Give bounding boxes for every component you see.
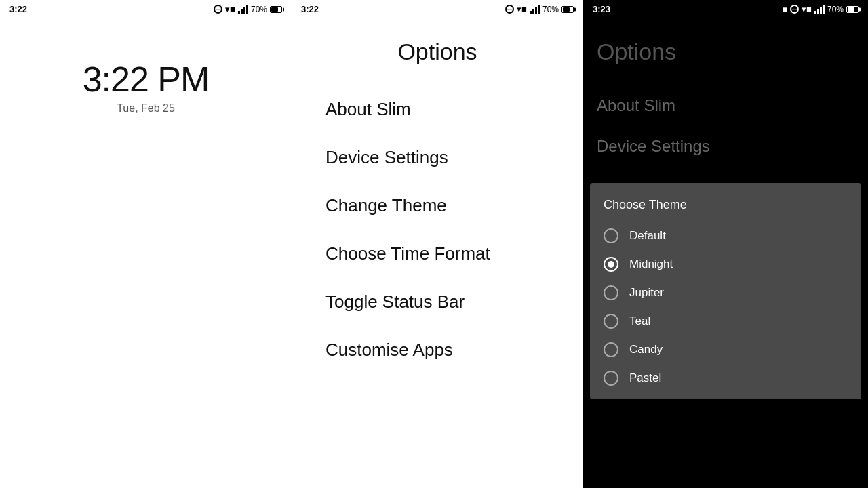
theme-label-pastel: Pastel	[629, 371, 661, 385]
options-light-status-time: 3:22	[301, 4, 319, 14]
options-dark-status-bar: 3:23 ■ ▾■ 70%	[583, 0, 868, 18]
options-dark-status-icons: ■ ▾■ 70%	[783, 4, 859, 14]
theme-option-midnight[interactable]: Midnight	[590, 250, 861, 279]
radio-midnight-fill	[608, 261, 614, 268]
lock-screen-panel: 3:22 ▾■ 70% 3:22 PM Tue, Feb 25	[0, 0, 292, 488]
options-light-panel: 3:22 ▾■ 70% Options About Slim Device Se…	[292, 0, 583, 488]
lock-signal-icon	[238, 5, 248, 14]
theme-dialog: Choose Theme Default Midnight Jupiter Te…	[590, 183, 861, 399]
lock-time: 3:22 PM	[83, 59, 210, 100]
radio-default[interactable]	[604, 228, 618, 243]
options-dark-battery-pct: 70%	[827, 5, 844, 14]
radio-candy[interactable]	[604, 342, 618, 357]
radio-midnight[interactable]	[604, 257, 618, 272]
theme-option-candy[interactable]: Candy	[590, 336, 861, 364]
theme-label-candy: Candy	[629, 343, 663, 357]
options-light-status-bar: 3:22 ▾■ 70%	[292, 0, 583, 18]
options-light-title: Options	[292, 18, 583, 79]
options-light-signal-icon	[530, 5, 540, 14]
lock-dnd-icon	[214, 5, 222, 14]
options-dark-dnd-icon	[790, 5, 799, 14]
options-dark-status-time: 3:23	[593, 4, 610, 14]
menu-item-about[interactable]: About Slim	[292, 85, 583, 134]
theme-label-jupiter: Jupiter	[629, 286, 664, 300]
dark-menu-item-device-settings[interactable]: Device Settings	[583, 126, 868, 167]
options-dark-wifi-icon: ▾■	[802, 4, 812, 14]
dark-menu-item-about[interactable]: About Slim	[583, 85, 868, 126]
menu-item-device-settings[interactable]: Device Settings	[292, 134, 583, 182]
options-dark-panel: 3:23 ■ ▾■ 70% Options About Slim Device …	[583, 0, 868, 488]
theme-option-teal[interactable]: Teal	[590, 307, 861, 336]
menu-item-customise-apps[interactable]: Customise Apps	[292, 326, 583, 374]
options-dark-signal-icon	[814, 5, 825, 14]
lock-date: Tue, Feb 25	[117, 102, 175, 115]
options-light-battery-pct: 70%	[542, 5, 559, 14]
menu-item-toggle-status[interactable]: Toggle Status Bar	[292, 278, 583, 326]
theme-option-default[interactable]: Default	[590, 222, 861, 250]
options-light-menu: About Slim Device Settings Change Theme …	[292, 79, 583, 381]
theme-label-teal: Teal	[629, 314, 650, 328]
options-light-wifi-icon: ▾■	[517, 4, 527, 14]
lock-battery-icon	[270, 6, 282, 13]
lock-content: 3:22 PM Tue, Feb 25	[0, 18, 292, 115]
dialog-title: Choose Theme	[590, 190, 861, 222]
radio-jupiter[interactable]	[604, 285, 618, 300]
lock-battery-pct: 70%	[251, 5, 267, 14]
options-dark-battery-icon	[846, 6, 859, 13]
lock-status-bar: 3:22 ▾■ 70%	[0, 0, 292, 18]
menu-item-change-theme[interactable]: Change Theme	[292, 182, 583, 230]
menu-item-time-format[interactable]: Choose Time Format	[292, 230, 583, 278]
radio-pastel[interactable]	[604, 371, 618, 386]
options-light-dnd-icon	[505, 5, 514, 14]
lock-wifi-icon: ▾■	[225, 4, 235, 14]
theme-option-pastel[interactable]: Pastel	[590, 364, 861, 392]
options-dark-title: Options	[583, 18, 868, 79]
options-dark-camera-icon: ■	[783, 5, 787, 14]
options-light-battery-icon	[561, 6, 574, 13]
lock-status-time: 3:22	[9, 4, 27, 14]
theme-option-jupiter[interactable]: Jupiter	[590, 279, 861, 307]
options-dark-menu: About Slim Device Settings	[583, 79, 868, 174]
options-light-status-icons: ▾■ 70%	[505, 4, 574, 14]
theme-label-default: Default	[629, 229, 666, 243]
theme-label-midnight: Midnight	[629, 258, 673, 271]
lock-status-icons: ▾■ 70%	[214, 4, 282, 14]
radio-teal[interactable]	[604, 314, 618, 329]
